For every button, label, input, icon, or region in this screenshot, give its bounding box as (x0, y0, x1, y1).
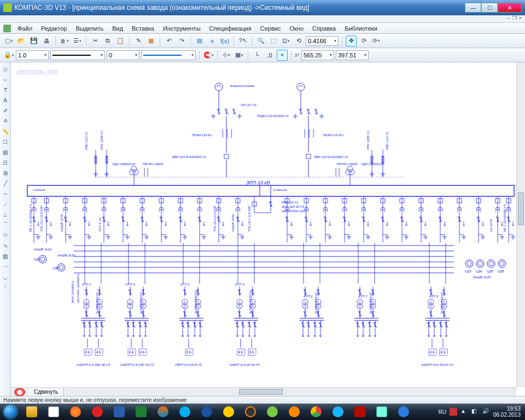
spline-icon[interactable]: ∿ (1, 241, 10, 250)
grid-button[interactable]: ▦ (234, 50, 244, 61)
line2-icon[interactable]: ─ (1, 189, 10, 198)
snap-button[interactable]: 🧲 (203, 50, 214, 61)
task-skype[interactable] (174, 404, 195, 419)
mdi-restore[interactable]: ❐ (512, 15, 517, 22)
lib-button[interactable]: ▤ (194, 36, 205, 46)
window-close-button[interactable]: ✕ (498, 3, 522, 13)
clock[interactable]: 19:5306.02.2013 (493, 406, 521, 418)
task-word[interactable] (109, 404, 130, 419)
rebuild-button[interactable]: ⟳ (358, 36, 369, 46)
ortho-button[interactable]: └ (252, 50, 262, 61)
coords-button[interactable]: ⊹ (221, 50, 232, 61)
mdi-minimize[interactable]: – (508, 15, 510, 22)
menu-select[interactable]: Выделить (71, 24, 108, 33)
task-avast[interactable] (240, 404, 261, 419)
mdi-close[interactable]: × (519, 15, 522, 22)
round-button[interactable]: .0 (264, 50, 275, 61)
stop-button[interactable]: ⬤ (14, 388, 25, 396)
undo-button[interactable]: ↶ (164, 36, 174, 46)
tray-vol-icon[interactable]: 🔊 (482, 408, 490, 416)
tray-flag-icon[interactable] (450, 408, 457, 416)
arc-icon[interactable]: ◡ (1, 272, 10, 281)
text-icon[interactable]: A (1, 96, 10, 104)
task-firefox[interactable] (65, 404, 86, 419)
param-icon[interactable]: ≛ (1, 116, 10, 125)
lock-button[interactable]: 🔒 (3, 50, 14, 61)
zoom-prev-button[interactable]: ⟲ (293, 36, 304, 46)
report-icon[interactable]: ☷ (1, 158, 10, 167)
zoom-fit-button[interactable]: ⊡ (281, 36, 291, 46)
measure-icon[interactable]: 📏 (1, 127, 10, 136)
style-combo[interactable]: 0 (107, 50, 139, 60)
layer-combo[interactable] (141, 50, 196, 60)
start-button[interactable] (0, 404, 21, 420)
task-agent[interactable] (218, 404, 239, 419)
menu-edit[interactable]: Редактор (37, 24, 71, 33)
lang-indicator[interactable]: RU (438, 409, 446, 415)
refresh-button[interactable]: ⟳ (371, 36, 382, 46)
copy-button[interactable]: ⧉ (102, 36, 113, 46)
task-app1[interactable] (284, 404, 305, 419)
print-button[interactable]: 🖶 (41, 36, 52, 46)
linewidth-combo[interactable]: 1.0 (16, 50, 49, 60)
tan2-icon[interactable]: ⦵ (1, 231, 10, 240)
redo-button[interactable]: ↷ (176, 36, 187, 46)
spec-button[interactable]: ▦ (145, 36, 156, 46)
help-button[interactable]: ?↖ (237, 36, 248, 46)
task-tc[interactable] (43, 404, 64, 419)
menu-spec[interactable]: Спецификация (205, 24, 256, 33)
preview-button[interactable]: 🗎 (59, 36, 70, 46)
task-opera[interactable] (87, 404, 108, 419)
menu-help[interactable]: Справка (308, 24, 340, 33)
dim-icon[interactable]: ↔ (1, 75, 10, 84)
task-acrobat[interactable] (349, 404, 370, 419)
window-maximize-button[interactable]: ☐ (481, 3, 498, 13)
zoom-combo[interactable]: 0.4166 (306, 36, 339, 46)
lineshape-combo[interactable] (50, 50, 105, 60)
menu-tools[interactable]: Инструменты (159, 24, 205, 33)
tan-icon[interactable]: ⌒ (1, 220, 10, 229)
views-icon[interactable]: ⊞ (1, 168, 10, 177)
line3-icon[interactable]: ⟋ (1, 200, 10, 208)
perp-icon[interactable]: ⊥ (1, 210, 10, 219)
task-wmp[interactable] (153, 404, 173, 419)
task-paint[interactable] (371, 404, 392, 419)
doc-manager-button[interactable]: ☰ (72, 36, 83, 46)
drawing-canvas[interactable]: 200222595 ОПО Энергосистемо П/Л АС-70 РН… (11, 62, 525, 396)
zoom-in-button[interactable]: 🔍 (255, 36, 266, 46)
tray-app-icon[interactable]: ◧ (471, 408, 479, 416)
menu-lib[interactable]: Библиотеки (340, 24, 382, 33)
edit-icon[interactable]: ✐ (1, 106, 10, 115)
hatch-icon[interactable]: ▨ (1, 252, 10, 260)
task-zona[interactable] (328, 404, 348, 419)
paste-button[interactable]: 📋 (115, 36, 126, 46)
new-button[interactable]: ▢ (3, 36, 14, 46)
menu-view[interactable]: Вид (108, 24, 127, 33)
task-explorer[interactable] (21, 404, 42, 419)
window-minimize-button[interactable]: — (465, 3, 481, 13)
scrollbar-vertical[interactable] (516, 62, 525, 387)
open-button[interactable]: 📂 (16, 36, 27, 46)
line1-icon[interactable]: ╱ (1, 179, 10, 188)
notation-icon[interactable]: Ƭ (1, 85, 10, 94)
task-daum[interactable] (196, 404, 217, 419)
pan-button[interactable]: ✥ (346, 36, 357, 46)
select-icon[interactable]: ☐ (1, 137, 10, 146)
spec-icon[interactable]: ▤ (1, 148, 10, 156)
panel-tab[interactable]: Сдвинуть (28, 388, 64, 396)
vars-button[interactable]: ≡ (207, 36, 218, 46)
geom-icon[interactable]: ◇ (1, 65, 10, 73)
menu-service[interactable]: Сервис (256, 24, 285, 33)
task-kompas[interactable] (393, 404, 414, 419)
coord-y-field[interactable]: 397.51 (336, 50, 369, 60)
props-button[interactable]: ✎ (133, 36, 144, 46)
fx-button[interactable]: f(x) (219, 36, 230, 46)
scrollbar-horizontal[interactable]: ⬤ Сдвинуть (11, 387, 516, 396)
task-chrome[interactable] (306, 404, 326, 419)
localcs-button[interactable]: ⌖ (277, 50, 288, 61)
menu-file[interactable]: Файл (13, 24, 37, 33)
zoom-win-button[interactable]: ⬚ (268, 36, 279, 46)
menu-window[interactable]: Окно (285, 24, 308, 33)
save-button[interactable]: 💾 (28, 36, 39, 46)
misc-icon[interactable]: ⋯ (1, 262, 10, 271)
